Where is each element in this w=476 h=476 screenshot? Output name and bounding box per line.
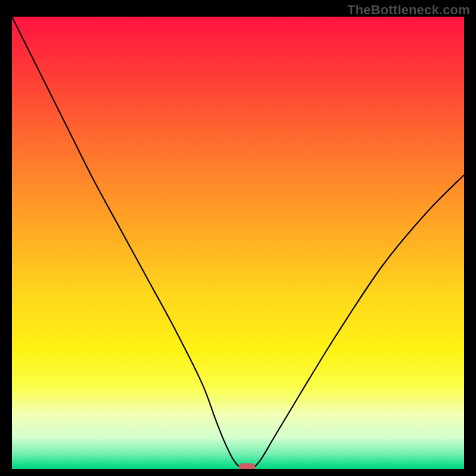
gradient-background: [12, 17, 464, 469]
chart-frame: TheBottleneck.com: [0, 0, 476, 476]
plot-area: [12, 17, 464, 469]
bottleneck-chart: [12, 17, 464, 469]
watermark-text: TheBottleneck.com: [347, 2, 470, 18]
optimal-marker: [239, 463, 255, 469]
